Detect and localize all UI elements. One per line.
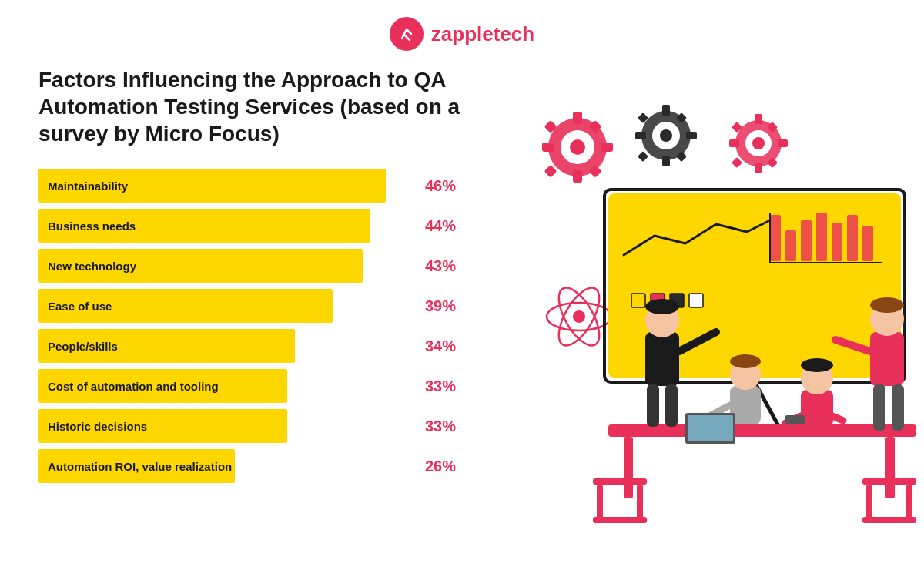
svg-rect-46 [862, 226, 873, 261]
bar-wrapper: Automation ROI, value realization [38, 449, 416, 483]
svg-point-66 [645, 299, 679, 314]
svg-rect-45 [847, 215, 858, 261]
bar-percent: 34% [425, 337, 467, 355]
svg-rect-69 [665, 384, 678, 427]
svg-rect-16 [635, 132, 646, 139]
svg-rect-52 [689, 294, 703, 307]
bar-row: Automation ROI, value realization26% [38, 449, 516, 483]
svg-rect-41 [785, 230, 796, 261]
svg-rect-81 [870, 332, 904, 386]
svg-rect-60 [862, 478, 916, 485]
bar: People/skills [38, 329, 295, 363]
bar-percent: 33% [425, 418, 467, 435]
svg-rect-56 [593, 478, 647, 485]
bar-percent: 46% [425, 177, 467, 195]
logo-part1: zapple [431, 22, 494, 45]
svg-rect-85 [873, 384, 886, 431]
svg-point-13 [660, 129, 672, 142]
main-content: Factors Influencing the Approach to QA A… [0, 59, 924, 567]
chart-title: Factors Influencing the Approach to QA A… [38, 66, 516, 147]
bar-wrapper: People/skills [38, 329, 416, 363]
bar-row: Maintainability46% [38, 169, 516, 203]
left-section: Factors Influencing the Approach to QA A… [38, 59, 516, 567]
svg-rect-59 [593, 517, 647, 523]
svg-rect-49 [631, 294, 645, 307]
svg-rect-40 [770, 215, 781, 261]
bar: Maintainability [38, 169, 386, 203]
bar-wrapper: Business needs [38, 209, 416, 243]
svg-rect-26 [755, 163, 762, 173]
bar: Ease of use [38, 289, 333, 323]
bar-percent: 26% [425, 458, 467, 475]
svg-rect-4 [573, 170, 582, 183]
svg-rect-54 [624, 437, 633, 498]
logo-part2: tech [494, 22, 534, 45]
svg-rect-20 [638, 151, 648, 162]
svg-rect-87 [785, 415, 805, 424]
svg-rect-55 [886, 437, 895, 498]
bar: New technology [38, 249, 363, 283]
bar-row: Ease of use39% [38, 289, 516, 323]
bar-row: Business needs44% [38, 209, 516, 243]
svg-rect-75 [688, 415, 733, 441]
svg-rect-27 [729, 139, 739, 147]
svg-rect-25 [755, 114, 762, 124]
svg-rect-43 [816, 213, 827, 261]
svg-rect-5 [542, 143, 554, 152]
svg-rect-42 [801, 220, 812, 261]
bar-percent: 39% [425, 297, 467, 315]
bar: Historic decisions [38, 409, 287, 443]
illustration [531, 101, 924, 548]
bar-percent: 43% [425, 257, 467, 275]
bar-wrapper: New technology [38, 249, 416, 283]
svg-rect-9 [544, 165, 557, 178]
bar-row: New technology43% [38, 249, 516, 283]
bar: Automation ROI, value realization [38, 449, 235, 483]
svg-rect-28 [778, 139, 788, 147]
page: zappletech Factors Influencing the Appro… [0, 0, 924, 567]
logo-text: zappletech [431, 22, 534, 46]
svg-point-83 [870, 297, 904, 313]
bar: Business needs [38, 209, 370, 243]
svg-rect-64 [645, 332, 679, 386]
bar-percent: 33% [425, 377, 467, 395]
svg-rect-68 [647, 384, 659, 427]
svg-rect-6 [601, 143, 613, 152]
right-section [531, 82, 924, 567]
bar-chart: Maintainability46%Business needs44%New t… [38, 169, 516, 483]
bar-percent: 44% [425, 217, 467, 235]
bar-wrapper: Cost of automation and tooling [38, 369, 416, 403]
svg-rect-63 [862, 517, 916, 523]
svg-rect-86 [892, 384, 904, 431]
svg-rect-44 [832, 223, 842, 261]
bar-wrapper: Historic decisions [38, 409, 416, 443]
bar: Cost of automation and tooling [38, 369, 287, 403]
bar-row: Cost of automation and tooling33% [38, 369, 516, 403]
svg-rect-14 [662, 105, 670, 116]
svg-point-78 [801, 358, 833, 372]
header: zappletech [390, 0, 534, 59]
svg-point-24 [752, 137, 765, 149]
svg-point-36 [573, 310, 585, 323]
svg-point-2 [570, 139, 585, 155]
bar-wrapper: Maintainability [38, 169, 416, 203]
bar-row: Historic decisions33% [38, 409, 516, 443]
svg-point-72 [730, 354, 761, 368]
logo-icon [390, 17, 424, 51]
bar-wrapper: Ease of use [38, 289, 416, 323]
bar-row: People/skills34% [38, 329, 516, 363]
svg-rect-31 [732, 157, 742, 168]
svg-rect-3 [573, 112, 582, 124]
svg-rect-17 [686, 132, 697, 139]
svg-rect-15 [662, 156, 670, 166]
